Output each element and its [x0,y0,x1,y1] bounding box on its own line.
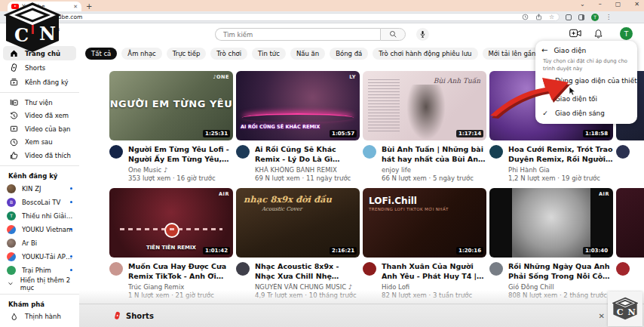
chip-hanh-dong[interactable]: Trò chơi hành động phiêu lưu [373,48,477,60]
sidebar-item-trending[interactable]: Thịnh hành [3,310,76,324]
dropdown-back-icon[interactable]: ← [541,46,547,54]
video-thumbnail[interactable]: AIR 1:03:40 [489,188,613,258]
channel-avatar[interactable] [109,262,123,276]
video-channel[interactable]: Phi Hành Gia [508,166,613,174]
subscription-thieu-nhi[interactable]: T Thiếu nhi Giải trí [0,209,79,223]
extensions-puzzle-icon[interactable] [566,14,572,20]
new-tab-button[interactable]: + [86,2,92,11]
subscription-boscolai-tv[interactable]: B BoscoLai TV [0,196,79,209]
history-extension-icon[interactable] [522,14,529,20]
create-video-icon[interactable] [569,29,581,38]
youtube-profile-avatar[interactable]: T [620,27,633,40]
sidebar-item-history[interactable]: Video đã xem [3,110,76,123]
video-card[interactable]: LOFi.Chill TRENDING LOFI TIKTOK MỚI NHẤT… [363,188,486,299]
sidebar-item-label: Thịnh hành [25,313,61,320]
video-thumbnail[interactable]: AIR TIÊN TIÊN REMIX 1:01:42 [109,188,233,258]
partial-video-card[interactable] [616,188,644,299]
chip-tin-tuc[interactable]: Tin tức [252,48,286,60]
video-thumbnail[interactable]: LOFi.Chill TRENDING LOFI TIKTOK MỚI NHẤT… [363,188,486,258]
share-icon[interactable] [535,14,542,20]
video-title[interactable]: Bùi Anh Tuấn | Những bài hát hay nhất củ… [382,145,486,164]
svg-text:C: C [14,24,29,46]
sidebar-item-label: Video của bạn [25,125,70,133]
video-channel[interactable]: enjoy life [382,166,486,174]
video-thumbnail[interactable]: nhạc 8x9x đời đầu Acoustic Cover 2:16:21 [236,188,360,258]
library-icon [10,98,18,106]
chip-bong-da[interactable]: Bóng đá [330,48,368,60]
thumbnail-watermark: ♪ONE [213,74,229,80]
window-maximize-button[interactable]: ▢ [615,1,621,8]
dropdown-title: Giao diện [554,47,586,54]
video-title[interactable]: Ai Rồi Cũng Sẽ Khác Remix - Lý Do Là Gì … [255,145,360,164]
browser-menu-icon[interactable]: ⋮ [606,14,612,20]
subscription-youku-vietnam[interactable]: YOUKU Vietnam [0,223,79,236]
tab-close-icon[interactable]: ✕ [73,4,78,10]
sidebar-item-watch-later[interactable]: Xem sau [3,136,76,150]
channel-name: KIN ZJ [22,185,73,193]
video-channel[interactable]: One Music ♪ [128,166,233,174]
subscription-youku-tai-app[interactable]: YOUKU-Tải APP ... [0,250,79,264]
chip-am-nhac[interactable]: Âm nhạc [121,48,161,60]
video-card[interactable]: ♪ONE NGƯỜI EM TỪNG YÊU 1:25:31 Người Em … [109,71,233,182]
channel-avatar[interactable] [616,145,630,159]
window-minimize-button[interactable]: – [599,1,602,8]
video-title[interactable]: Rồi Những Ngày Qua Anh Phải Sống Trong N… [508,262,613,281]
channel-avatar[interactable] [236,145,250,159]
search-input[interactable] [223,31,380,39]
side-panel-icon[interactable] [578,14,584,20]
channel-avatar[interactable] [489,262,503,276]
video-card[interactable]: AIR 1:03:40 Rồi Những Ngày Qua Anh Phải … [489,188,613,299]
sidebar-item-library[interactable]: Thư viện [3,96,76,110]
sidebar-item-subscriptions[interactable]: Kênh đăng ký [3,75,76,89]
video-card[interactable]: LY AI RỒI CŨNG SẼ KHÁC REMIX 1:05:57 Ai … [236,71,360,182]
bookmark-star-icon[interactable]: ☆ [549,14,554,20]
video-thumbnail[interactable]: ♪ONE NGƯỜI EM TỪNG YÊU 1:25:31 [109,71,233,140]
video-title[interactable]: Người Em Từng Yêu Lofi - Người Ấy Em Từn… [128,145,233,164]
chip-nau-an[interactable]: Nấu ăn [290,48,325,60]
subscription-trai-phim[interactable]: Trại Phim [0,264,79,277]
channel-avatar[interactable] [363,262,376,276]
thumbnail-watermark: LY [349,74,356,80]
video-title[interactable]: Thanh Xuân Của Người Anh Yêu - Phát Huy … [382,262,486,281]
search-button[interactable] [380,28,406,41]
video-card[interactable]: nhạc 8x9x đời đầu Acoustic Cover 2:16:21… [236,188,360,299]
video-thumbnail[interactable]: Bùi Anh Tuấn 1:17:14 [363,71,486,140]
video-thumbnail[interactable] [616,188,644,258]
show-more-label: Hiển thị thêm 2 mục [20,276,79,292]
shorts-logo-icon [113,311,121,320]
video-card[interactable]: Bùi Anh Tuấn 1:17:14 Bùi Anh Tuấn | Nhữn… [363,71,486,182]
sidebar-item-your-videos[interactable]: Video của bạn [3,122,76,136]
video-title[interactable]: Muốn Cưa Hay Được Cưa Remix TikTok - Anh… [128,262,233,281]
chip-tat-ca[interactable]: Tất cả [85,48,117,60]
browser-profile-avatar[interactable]: T [591,14,599,21]
video-meta: 353 lượt xem · 16 giờ trước [128,174,233,182]
sidebar-item-label: Thư viện [25,99,53,106]
channel-avatar[interactable] [109,145,123,159]
video-thumbnail[interactable]: LY AI RỒI CŨNG SẼ KHÁC REMIX 1:05:57 [236,71,360,140]
tab-search-icon[interactable]: ⌄ [580,1,585,8]
window-close-button[interactable]: ✕ [634,1,639,8]
search-box[interactable] [215,28,380,41]
cn-watermark-logo: C N [4,2,61,54]
channel-avatar[interactable] [236,262,250,276]
chip-truc-tiep[interactable]: Trực tiếp [167,48,207,60]
notifications-bell-icon[interactable] [593,29,603,39]
chip-tro-choi[interactable]: Trò chơi [210,48,247,60]
video-channel[interactable]: KHÁ KHÔNG BẢNH REMIX [255,166,360,174]
channel-avatar[interactable] [363,145,376,159]
channel-avatar[interactable] [489,145,503,159]
sidebar-item-shorts[interactable]: Shorts [3,60,76,75]
subscription-kin-zj[interactable]: KIN ZJ [0,182,79,196]
voice-search-button[interactable] [416,28,429,41]
address-bar[interactable]: youtube.com ☆ [32,13,560,21]
duration-badge: 1:17:14 [456,130,483,137]
subscription-ar-bi[interactable]: Ar Bi [0,236,79,250]
sidebar-item-liked-videos[interactable]: Video đã thích [3,149,76,162]
show-more-button[interactable]: Hiển thị thêm 2 mục [0,277,79,291]
video-title[interactable]: Nhạc Acoustic 8x9x - Nhạc Xưa Chill Nhẹ … [255,262,360,281]
video-title[interactable]: Hoa Cưới Remix, Trót Trao Duyên Remix, R… [508,145,613,164]
shorts-shelf-close-icon[interactable]: ✕ [599,312,605,320]
video-card[interactable]: AIR TIÊN TIÊN REMIX 1:01:42 Muốn Cưa Hay… [109,188,233,299]
channel-avatar[interactable] [616,262,630,276]
duration-badge: 1:18:58 [583,130,610,137]
